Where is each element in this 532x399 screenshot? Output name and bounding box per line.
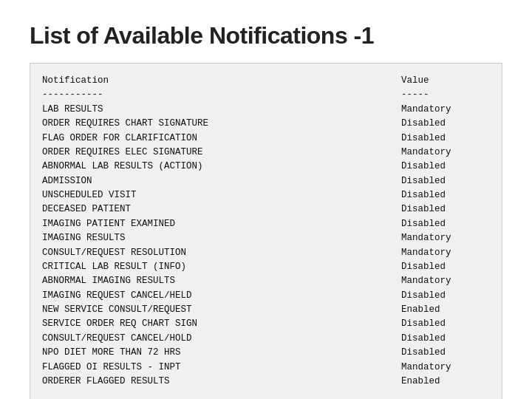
notification-name: ORDERER FLAGGED RESULTS bbox=[42, 375, 401, 389]
table-divider-row: ----------- ----- bbox=[42, 88, 490, 102]
notification-value: Mandatory bbox=[401, 146, 490, 160]
table-rows: LAB RESULTSMandatoryORDER REQUIRES CHART… bbox=[42, 103, 490, 389]
notification-name: FLAGGED OI RESULTS - INPT bbox=[42, 361, 401, 375]
notification-value: Disabled bbox=[401, 260, 490, 274]
notification-value: Disabled bbox=[401, 160, 490, 174]
content-area: Notification Value ----------- ----- LAB… bbox=[30, 63, 502, 399]
notification-value: Disabled bbox=[401, 289, 490, 303]
notification-name: ADMISSION bbox=[42, 174, 401, 188]
header-col2: Value bbox=[401, 74, 490, 88]
notification-value: Mandatory bbox=[401, 246, 490, 260]
notification-name: CONSULT/REQUEST RESOLUTION bbox=[42, 246, 401, 260]
notification-value: Disabled bbox=[401, 332, 490, 346]
table-row: IMAGING PATIENT EXAMINEDDisabled bbox=[42, 217, 490, 231]
notification-value: Mandatory bbox=[401, 103, 490, 117]
notification-value: Disabled bbox=[401, 117, 490, 131]
divider-col1: ----------- bbox=[42, 88, 401, 102]
table-row: SERVICE ORDER REQ CHART SIGNDisabled bbox=[42, 317, 490, 331]
table-row: DECEASED PATIENTDisabled bbox=[42, 202, 490, 216]
notification-name: NPO DIET MORE THAN 72 HRS bbox=[42, 346, 401, 360]
table-header-row: Notification Value bbox=[42, 74, 490, 88]
notification-value: Enabled bbox=[401, 303, 490, 317]
table-row: IMAGING REQUEST CANCEL/HELDDisabled bbox=[42, 289, 490, 303]
table-row: ORDER REQUIRES CHART SIGNATUREDisabled bbox=[42, 117, 490, 131]
table-row: NPO DIET MORE THAN 72 HRSDisabled bbox=[42, 346, 490, 360]
notification-value: Disabled bbox=[401, 188, 490, 202]
table-row: CONSULT/REQUEST CANCEL/HOLDDisabled bbox=[42, 332, 490, 346]
notification-value: Mandatory bbox=[401, 274, 490, 288]
notification-name: UNSCHEDULED VISIT bbox=[42, 188, 401, 202]
divider-value: ----- bbox=[401, 89, 429, 100]
header-notification-label: Notification bbox=[42, 75, 109, 86]
notification-value: Disabled bbox=[401, 317, 490, 331]
notification-name: FLAG ORDER FOR CLARIFICATION bbox=[42, 132, 401, 146]
notification-value: Mandatory bbox=[401, 231, 490, 245]
notification-value: Disabled bbox=[401, 132, 490, 146]
table-row: LAB RESULTSMandatory bbox=[42, 103, 490, 117]
notification-name: ABNORMAL IMAGING RESULTS bbox=[42, 274, 401, 288]
notification-value: Disabled bbox=[401, 174, 490, 188]
notification-table: Notification Value ----------- ----- LAB… bbox=[42, 74, 490, 389]
notification-name: CONSULT/REQUEST CANCEL/HOLD bbox=[42, 332, 401, 346]
table-row: UNSCHEDULED VISITDisabled bbox=[42, 188, 490, 202]
notification-name: SERVICE ORDER REQ CHART SIGN bbox=[42, 317, 401, 331]
table-row: FLAGGED OI RESULTS - INPTMandatory bbox=[42, 361, 490, 375]
table-row: CRITICAL LAB RESULT (INFO)Disabled bbox=[42, 260, 490, 274]
notification-value: Disabled bbox=[401, 346, 490, 360]
notification-name: ABNORMAL LAB RESULTS (ACTION) bbox=[42, 160, 401, 174]
table-row: NEW SERVICE CONSULT/REQUESTEnabled bbox=[42, 303, 490, 317]
table-row: FLAG ORDER FOR CLARIFICATIONDisabled bbox=[42, 132, 490, 146]
notification-name: CRITICAL LAB RESULT (INFO) bbox=[42, 260, 401, 274]
notification-name: IMAGING RESULTS bbox=[42, 231, 401, 245]
divider-notification: ----------- bbox=[42, 89, 103, 100]
table-row: CONSULT/REQUEST RESOLUTIONMandatory bbox=[42, 246, 490, 260]
notification-name: ORDER REQUIRES ELEC SIGNATURE bbox=[42, 146, 401, 160]
notification-value: Disabled bbox=[401, 217, 490, 231]
notification-name: NEW SERVICE CONSULT/REQUEST bbox=[42, 303, 401, 317]
page-title: List of Available Notifications -1 bbox=[30, 22, 502, 50]
notification-value: Enabled bbox=[401, 375, 490, 389]
header-col1: Notification bbox=[42, 74, 401, 88]
page: List of Available Notifications -1 Notif… bbox=[0, 0, 532, 399]
table-row: ORDER REQUIRES ELEC SIGNATUREMandatory bbox=[42, 146, 490, 160]
table-row: ABNORMAL LAB RESULTS (ACTION)Disabled bbox=[42, 160, 490, 174]
notification-name: DECEASED PATIENT bbox=[42, 202, 401, 216]
table-row: ABNORMAL IMAGING RESULTSMandatory bbox=[42, 274, 490, 288]
notification-name: IMAGING PATIENT EXAMINED bbox=[42, 217, 401, 231]
table-row: ADMISSIONDisabled bbox=[42, 174, 490, 188]
divider-col2: ----- bbox=[401, 88, 490, 102]
notification-name: IMAGING REQUEST CANCEL/HELD bbox=[42, 289, 401, 303]
notification-value: Mandatory bbox=[401, 361, 490, 375]
table-row: IMAGING RESULTSMandatory bbox=[42, 231, 490, 245]
notification-value: Disabled bbox=[401, 202, 490, 216]
header-value-label: Value bbox=[401, 75, 429, 86]
notification-name: LAB RESULTS bbox=[42, 103, 401, 117]
notification-name: ORDER REQUIRES CHART SIGNATURE bbox=[42, 117, 401, 131]
table-row: ORDERER FLAGGED RESULTSEnabled bbox=[42, 375, 490, 389]
